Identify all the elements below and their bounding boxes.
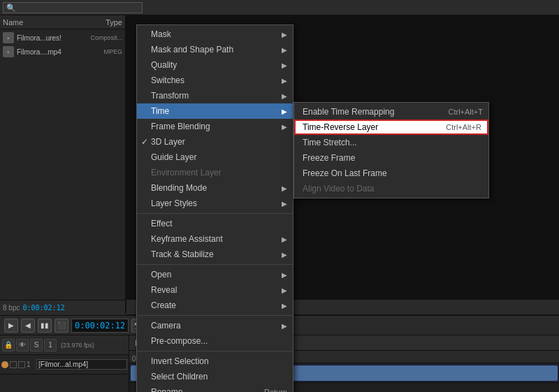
menu-item-mask-shape[interactable]: Mask and Shape Path ▶ [137,42,293,57]
menu-label-guide-layer: Guide Layer [151,152,196,162]
menu-item-camera[interactable]: Camera ▶ [137,318,293,333]
menu-label-switches: Switches [151,75,184,85]
menu-item-keyframe[interactable]: Keyframe Assistant ▶ [137,231,293,247]
menu-label-transform: Transform [151,91,189,101]
submenu-label-time-reverse: Time-Reverse Layer [303,122,378,132]
menu-item-3d-layer[interactable]: ✓ 3D Layer [137,134,293,150]
shortcut-time-reverse: Ctrl+Alt+R [446,123,481,131]
project-panel: Name Type ▪ Filmora...ures! Composit... … [0,15,126,315]
menu-item-environment-layer: Environment Layer [137,165,293,180]
arrow-icon: ▶ [282,200,287,208]
menu-label-frame-blending: Frame Blending [151,122,210,131]
separator [137,315,293,316]
menu-label-camera: Camera [151,321,181,331]
menu-label-mask: Mask [151,29,171,39]
menu-item-create[interactable]: Create ▶ [137,298,293,313]
tl-btn-eye[interactable]: 👁 [16,339,29,351]
submenu-item-align-video: Align Video to Data [294,181,488,196]
menu-label-blending-mode: Blending Mode [151,183,207,193]
arrow-icon: ▶ [282,302,287,310]
file-icon-2: ▪ [3,46,14,57]
arrow-icon: ▶ [282,251,287,259]
menu-label-rename: Rename [151,387,182,392]
submenu-label-align-video: Align Video to Data [303,184,375,194]
menu-label-effect: Effect [151,219,172,228]
check-icon: ✓ [141,137,151,147]
menu-label-quality: Quality [151,60,177,70]
menu-item-layer-styles[interactable]: Layer Styles ▶ [137,196,293,211]
menu-item-invert-selection[interactable]: Invert Selection [137,354,293,369]
file-type-1: Composit... [90,34,122,41]
submenu-item-freeze-frame[interactable]: Freeze Frame [294,150,488,166]
track-name-display: [Filmor...al.mp4] [36,359,127,370]
menu-label-keyframe: Keyframe Assistant [151,234,223,244]
arrow-icon: ▶ [282,92,287,100]
arrow-icon: ▶ [282,31,287,38]
rename-shortcut: Return [264,388,287,392]
track-row-1: 1 [Filmor...al.mp4] [0,355,129,375]
arrow-icon: ▶ [282,235,287,243]
menu-item-effect[interactable]: Effect [137,216,293,231]
submenu-label-freeze-last: Freeze On Last Frame [303,168,387,178]
tl-btn-1[interactable]: 1 [44,339,57,351]
search-input[interactable] [3,2,143,13]
menu-label-select-children: Select Children [151,372,208,382]
menu-label-reveal: Reveal [151,285,177,295]
menu-item-blending-mode[interactable]: Blending Mode ▶ [137,180,293,196]
menu-item-guide-layer[interactable]: Guide Layer [137,150,293,165]
tl-btn-lock[interactable]: 🔒 [2,339,15,351]
bottom-status-bar: 8 bpc 0:00:02:12 [0,300,126,315]
menu-item-precompose[interactable]: Pre-compose... [137,333,293,349]
arrow-icon: ▶ [282,108,287,115]
menu-item-rename[interactable]: Rename Return [137,384,293,392]
menu-item-frame-blending[interactable]: Frame Blending ▶ [137,119,293,134]
track-solo-box[interactable] [18,361,25,368]
timecode-display[interactable]: 0:00:02:12 [71,319,129,333]
menu-item-reveal[interactable]: Reveal ▶ [137,282,293,298]
file-name-2: Filmora....mp4 [17,48,61,56]
menu-item-time[interactable]: Time ▶ Enable Time Remapping Ctrl+Alt+T … [137,103,293,119]
file-type-2: MPEG [103,48,122,55]
submenu-item-time-stretch[interactable]: Time Stretch... [294,135,488,150]
arrow-icon: ▶ [282,322,287,330]
menu-item-switches[interactable]: Switches ▶ [137,73,293,88]
menu-item-mask[interactable]: Mask ▶ [137,27,293,42]
tl-toolbar: 🔒 👁 S 1 (23.976 fps) [0,335,129,355]
toolbar-btn-3[interactable]: ▮▮ [38,319,52,333]
timecode-status: 0:00:02:12 [22,304,64,312]
toolbar-btn-1[interactable]: ▶ [4,319,18,333]
menu-item-transform[interactable]: Transform ▶ [137,88,293,103]
col-name-header: Name [3,18,23,27]
file-icon-1: ▪ [3,32,14,43]
list-item[interactable]: ▪ Filmora...ures! Composit... [0,31,125,45]
arrow-icon: ▶ [282,286,287,294]
context-menu: Mask ▶ Mask and Shape Path ▶ Quality ▶ S… [136,24,293,392]
track-visibility-dot [1,361,8,368]
menu-item-open[interactable]: Open ▶ [137,267,293,282]
list-item[interactable]: ▪ Filmora....mp4 MPEG [0,45,125,59]
menu-label-precompose: Pre-compose... [151,336,208,346]
submenu-item-enable-remapping[interactable]: Enable Time Remapping Ctrl+Alt+T [294,104,488,119]
menu-item-quality[interactable]: Quality ▶ [137,57,293,73]
submenu-item-time-reverse[interactable]: Time-Reverse Layer Ctrl+Alt+R [294,119,488,135]
arrow-icon: ▶ [282,271,287,279]
arrow-icon: ▶ [282,61,287,69]
menu-label-open: Open [151,270,171,280]
toolbar-btn-2[interactable]: ◀ [21,319,35,333]
separator [137,264,293,265]
toolbar-btn-4[interactable]: ⬛ [55,319,68,333]
menu-item-select-children[interactable]: Select Children [137,369,293,384]
track-controls-panel: 🔒 👁 S 1 (23.976 fps) 1 [Filmor...al.mp4] [0,335,129,392]
submenu-label-freeze-frame: Freeze Frame [303,153,355,163]
time-submenu: Enable Time Remapping Ctrl+Alt+T Time-Re… [293,102,489,198]
menu-label-time: Time [151,106,169,116]
bpc-label: 8 bpc [3,304,20,312]
tl-btn-solo[interactable]: S [30,339,43,351]
submenu-label-time-stretch: Time Stretch... [303,138,357,147]
submenu-label-enable-remapping: Enable Time Remapping [303,107,394,117]
menu-label-3d-layer: 3D Layer [151,137,185,147]
track-lock-box[interactable] [10,361,17,368]
submenu-item-freeze-last[interactable]: Freeze On Last Frame [294,166,488,181]
menu-item-track[interactable]: Track & Stabilize ▶ [137,247,293,262]
arrow-icon: ▶ [282,46,287,54]
